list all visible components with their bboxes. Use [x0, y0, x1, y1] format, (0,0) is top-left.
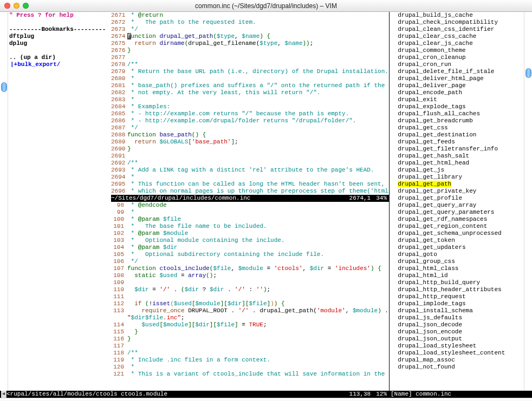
scroll-thumb[interactable]: [1, 82, 7, 92]
tag-item[interactable]: drupal_exit: [390, 96, 524, 103]
code-line[interactable]: 2675 return dirname(drupal_get_filename(…: [111, 40, 389, 47]
tag-item[interactable]: drupal_explode_tags: [390, 103, 524, 110]
tag-item[interactable]: drupal_group_css: [390, 258, 524, 265]
tag-item[interactable]: drupal_get_region_content: [390, 223, 524, 230]
code-line[interactable]: 99 *: [111, 209, 389, 216]
tag-item[interactable]: drupal_get_css: [390, 124, 524, 132]
tag-item[interactable]: drupal_load_stylesheet_content: [390, 350, 524, 357]
tag-item[interactable]: drupal_get_updaters: [390, 244, 524, 251]
tag-item[interactable]: drupal_clear_css_cache: [390, 33, 524, 40]
tag-item[interactable]: drupal_goto: [390, 251, 524, 258]
tag-item[interactable]: drupal_get_schema_unprocessed: [390, 230, 524, 237]
code-line[interactable]: 2691: [111, 153, 389, 160]
top-editor[interactable]: 2671 * @return2672 * The path to the req…: [111, 12, 389, 195]
code-line[interactable]: 116}: [111, 336, 389, 343]
code-line[interactable]: "$dir$file.inc";: [111, 314, 389, 321]
tag-item[interactable]: drupal_deliver_page: [390, 82, 524, 89]
tag-item[interactable]: drupal_flush_all_caches: [390, 110, 524, 117]
code-line[interactable]: 118/**: [111, 350, 389, 357]
tag-item[interactable]: drupal_not_found: [390, 364, 524, 371]
code-line[interactable]: 2693 * Add a LINK tag with a distinct 'r…: [111, 167, 389, 174]
code-line[interactable]: 108 static $used = array();: [111, 272, 389, 279]
tag-item[interactable]: drupal_http_header_attributes: [390, 286, 524, 293]
code-line[interactable]: 101 * The base file name to be included.: [111, 223, 389, 230]
tag-item[interactable]: drupal_map_assoc: [390, 357, 524, 364]
code-line[interactable]: 110 $dir = '/' . ($dir ? $dir . '/' : ''…: [111, 286, 389, 293]
code-line[interactable]: 2682 * not empty. At the very least, thi…: [111, 89, 389, 96]
tag-item[interactable]: drupal_get_hash_salt: [390, 153, 524, 160]
code-line[interactable]: 100 * @param $file: [111, 216, 389, 223]
tag-item[interactable]: drupal_clear_js_cache: [390, 40, 524, 47]
tag-item[interactable]: drupal_js_defaults: [390, 314, 524, 321]
tag-item[interactable]: drupal_check_incompatibility: [390, 19, 524, 26]
code-line[interactable]: 2684 * Examples:: [111, 103, 389, 110]
tag-item[interactable]: drupal_deliver_html_page: [390, 75, 524, 82]
code-line[interactable]: 120 *: [111, 364, 389, 371]
tag-item[interactable]: drupal_encode_path: [390, 89, 524, 96]
code-line[interactable]: 2671 * @return: [111, 12, 389, 19]
bookmark[interactable]: dftplug: [8, 33, 111, 40]
code-line[interactable]: 2680 *: [111, 75, 389, 82]
code-line[interactable]: 2683 *: [111, 96, 389, 103]
tag-item[interactable]: drupal_get_rdf_namespaces: [390, 216, 524, 223]
code-line[interactable]: 2681 * base_path() prefixes and suffixes…: [111, 82, 389, 89]
tag-item[interactable]: drupal_http_build_query: [390, 279, 524, 286]
code-line[interactable]: 2687 */: [111, 124, 389, 132]
tag-item[interactable]: drupal_cron_run: [390, 61, 524, 68]
code-line[interactable]: 2678/**: [111, 61, 389, 68]
code-line[interactable]: 113 require_once DRUPAL_ROOT . '/' . dru…: [111, 307, 389, 314]
tag-item[interactable]: drupal_get_destination: [390, 132, 524, 139]
code-line[interactable]: 115 }: [111, 328, 389, 336]
tag-item[interactable]: drupal_get_profile: [390, 195, 524, 202]
code-line[interactable]: 117: [111, 343, 389, 350]
tag-item[interactable]: drupal_clean_css_identifier: [390, 26, 524, 33]
code-line[interactable]: 114 $used[$module][$dir][$file] = TRUE;: [111, 321, 389, 328]
tag-item[interactable]: drupal_install_schema: [390, 307, 524, 314]
zoom-icon[interactable]: [23, 3, 29, 9]
bookmark[interactable]: dplug: [8, 40, 111, 47]
tag-item[interactable]: drupal_common_theme: [390, 47, 524, 54]
code-line[interactable]: 98 * @endcode: [111, 202, 389, 209]
scroll-thumb[interactable]: [525, 68, 531, 78]
code-line[interactable]: 2694 *: [111, 174, 389, 181]
tag-item[interactable]: drupal_get_breadcrumb: [390, 117, 524, 124]
code-line[interactable]: 105 * Optional subdirectory containing t…: [111, 251, 389, 258]
code-line[interactable]: 2692/**: [111, 160, 389, 167]
code-line[interactable]: 121 * This is a variant of ctools_includ…: [111, 371, 389, 378]
tag-item[interactable]: drupal_json_decode: [390, 321, 524, 328]
code-line[interactable]: 2689 return $GLOBALS['base_path'];: [111, 139, 389, 146]
code-line[interactable]: 109: [111, 279, 389, 286]
code-line[interactable]: 102 * @param $module: [111, 230, 389, 237]
code-line[interactable]: 2695 * This function can be called as lo…: [111, 181, 389, 188]
taglist-panel[interactable]: drupal_build_js_cache drupal_check_incom…: [390, 12, 524, 391]
code-line[interactable]: 107function ctools_include($file, $modul…: [111, 265, 389, 272]
code-line[interactable]: 119 * Include .inc files in a form conte…: [111, 357, 389, 364]
code-line[interactable]: 2688function base_path() {: [111, 132, 389, 139]
code-line[interactable]: 2685 * - http://example.com returns "/" …: [111, 110, 389, 117]
left-scrollbar[interactable]: [0, 12, 8, 391]
code-line[interactable]: 111: [111, 293, 389, 300]
tag-item[interactable]: drupal_delete_file_if_stale: [390, 68, 524, 75]
code-line[interactable]: 2676}: [111, 47, 389, 54]
tag-item[interactable]: drupal_get_js: [390, 167, 524, 174]
bottom-editor[interactable]: 98 * @endcode99 *100 * @param $file101 *…: [111, 202, 389, 378]
code-line[interactable]: 2686 * - http://example.com/drupal/folde…: [111, 117, 389, 124]
tag-item[interactable]: drupal_html_id: [390, 272, 524, 279]
code-line[interactable]: 112 if (!isset($used[$module][$dir][$fil…: [111, 300, 389, 307]
code-line[interactable]: 2674function drupal_get_path($type, $nam…: [111, 33, 389, 40]
tag-item[interactable]: drupal_get_html_head: [390, 160, 524, 167]
close-icon[interactable]: [4, 3, 10, 9]
up-dir[interactable]: .. (up a dir): [8, 54, 111, 61]
code-line[interactable]: 2696 * which on normal pages is up throu…: [111, 188, 389, 195]
tag-item[interactable]: drupal_get_filetransfer_info: [390, 146, 524, 153]
code-line[interactable]: 2679 * Return the base URL path (i.e., d…: [111, 68, 389, 75]
tag-item[interactable]: drupal_http_request: [390, 293, 524, 300]
tag-item[interactable]: drupal_get_feeds: [390, 139, 524, 146]
tag-item[interactable]: drupal_json_output: [390, 336, 524, 343]
command-line[interactable]: ◀ <rupal/sites/all/modules/ctools ctools…: [0, 391, 532, 398]
tag-item[interactable]: drupal_get_token: [390, 237, 524, 244]
tag-item[interactable]: drupal_build_js_cache: [390, 12, 524, 19]
nerdtree-panel[interactable]: " Press ? for help---------Bookmarks----…: [8, 12, 111, 391]
code-line[interactable]: 104 * @param $dir: [111, 244, 389, 251]
code-line[interactable]: 2672 * The path to the requested item.: [111, 19, 389, 26]
